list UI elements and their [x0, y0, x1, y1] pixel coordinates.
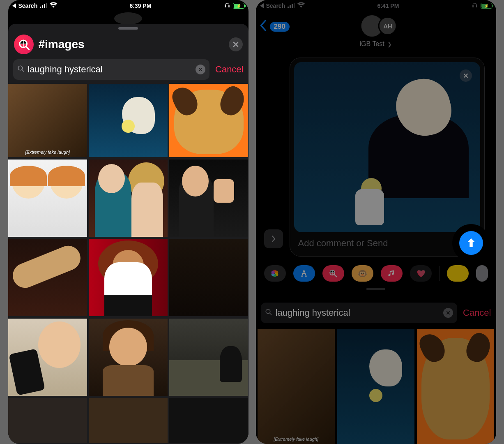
close-icon	[232, 41, 239, 48]
drawer-title: #images	[39, 38, 224, 51]
music-icon	[387, 269, 396, 278]
headphones-icon	[224, 2, 230, 9]
status-time: 6:39 PM	[129, 2, 151, 9]
wifi-icon	[297, 2, 305, 9]
chevron-right-icon	[270, 235, 277, 243]
gif-result[interactable]	[89, 160, 168, 237]
gif-result[interactable]	[89, 398, 168, 443]
close-icon	[463, 73, 468, 78]
imessage-app-strip[interactable]: 🐵	[256, 261, 496, 285]
gif-caption: [Extremely fake laugh]	[259, 437, 333, 442]
wifi-icon	[50, 2, 57, 9]
search-icon	[17, 65, 25, 74]
gif-result[interactable]	[169, 160, 248, 237]
close-drawer-button[interactable]	[229, 37, 243, 51]
music-app-chip[interactable]	[381, 265, 403, 282]
gif-result[interactable]	[89, 319, 168, 396]
memoji-icon: 🐵	[357, 268, 368, 278]
search-input[interactable]	[28, 64, 193, 75]
cellular-signal-icon	[288, 3, 295, 8]
phone-right: Search 6:41 PM ⚡ 290	[256, 0, 496, 444]
headphones-icon	[472, 2, 478, 9]
search-icon	[265, 308, 272, 318]
contact-header[interactable]: AH iGB Test ❯	[360, 14, 392, 48]
status-bar: Search 6:41 PM ⚡	[256, 0, 496, 12]
extra-app-chip[interactable]	[447, 265, 469, 282]
gif-result[interactable]	[169, 398, 248, 443]
gif-result[interactable]	[8, 319, 87, 396]
memoji-app-chip[interactable]: 🐵	[352, 265, 373, 282]
app-strip-divider	[439, 266, 440, 281]
svg-point-9	[272, 271, 275, 274]
clear-icon	[446, 311, 450, 315]
gif-result[interactable]	[169, 239, 248, 316]
digital-touch-chip[interactable]	[410, 265, 432, 282]
unread-badge[interactable]: 290	[270, 22, 290, 32]
images-drawer: #images Cancel [Extremely fake laugh]	[8, 24, 249, 444]
gif-result[interactable]	[337, 329, 414, 444]
images-app-icon	[14, 35, 34, 54]
gif-result[interactable]	[8, 398, 87, 443]
status-time: 6:41 PM	[377, 2, 399, 9]
gif-result[interactable]: [Extremely fake laugh]	[258, 329, 335, 444]
extra-app-chip-partial[interactable]	[476, 265, 488, 282]
gif-result[interactable]	[8, 239, 87, 316]
attached-gif-preview[interactable]	[294, 62, 480, 232]
images-app-chip[interactable]	[322, 265, 344, 282]
lower-search-row: Cancel	[261, 303, 491, 323]
gif-result[interactable]	[169, 84, 248, 157]
lower-gif-grid: [Extremely fake laugh]	[258, 329, 495, 444]
expand-input-button[interactable]	[264, 229, 283, 248]
send-button[interactable]	[453, 225, 489, 261]
drawer-grabber[interactable]	[118, 27, 138, 30]
contact-avatar-blurred	[114, 12, 142, 25]
gif-result[interactable]	[417, 329, 494, 444]
search-field[interactable]	[13, 59, 210, 80]
back-to-app-label[interactable]: Search	[266, 2, 285, 9]
battery-icon: ⚡	[481, 3, 492, 9]
back-button[interactable]	[259, 20, 267, 34]
chevron-left-icon	[259, 20, 267, 31]
phone-left: Search 6:39 PM ⚡ #images	[8, 0, 249, 444]
gif-results-grid: [Extremely fake laugh]	[8, 84, 249, 444]
gif-result[interactable]: [Extremely fake laugh]	[8, 84, 87, 157]
clear-search-button[interactable]	[196, 65, 205, 74]
search-field[interactable]	[261, 303, 458, 323]
compose-bubble: Add comment or Send	[290, 58, 485, 257]
svg-line-15	[269, 313, 272, 315]
clear-search-button[interactable]	[443, 308, 453, 318]
gif-caption: [Extremely fake laugh]	[10, 150, 85, 155]
back-to-app-icon[interactable]	[12, 3, 16, 8]
heart-icon	[416, 269, 426, 278]
cellular-signal-icon	[40, 3, 47, 8]
arrow-up-icon	[465, 237, 477, 249]
svg-rect-11	[305, 276, 307, 277]
search-row: Cancel	[8, 59, 249, 84]
gif-result[interactable]	[89, 239, 168, 316]
app-strip-grabber[interactable]	[366, 288, 385, 290]
chevron-right-icon: ❯	[386, 41, 392, 47]
svg-line-13	[334, 275, 337, 277]
contact-name[interactable]: iGB Test ❯	[360, 40, 392, 48]
back-to-app-icon[interactable]	[260, 3, 264, 8]
gif-result[interactable]	[89, 84, 168, 157]
battery-icon: ⚡	[233, 3, 244, 9]
remove-attachment-button[interactable]	[460, 69, 472, 82]
cancel-search-button[interactable]: Cancel	[463, 308, 491, 318]
back-to-app-label[interactable]: Search	[18, 2, 38, 9]
app-store-chip[interactable]	[293, 265, 315, 282]
gif-result[interactable]	[169, 319, 248, 396]
svg-rect-10	[301, 276, 304, 277]
photos-app-chip[interactable]	[264, 265, 286, 282]
status-bar: Search 6:39 PM ⚡	[8, 0, 249, 12]
search-input[interactable]	[276, 308, 440, 318]
clear-icon	[198, 67, 203, 72]
gif-result[interactable]	[8, 160, 87, 237]
svg-line-1	[26, 46, 29, 50]
svg-line-3	[22, 69, 24, 72]
cancel-search-button[interactable]: Cancel	[215, 64, 243, 75]
